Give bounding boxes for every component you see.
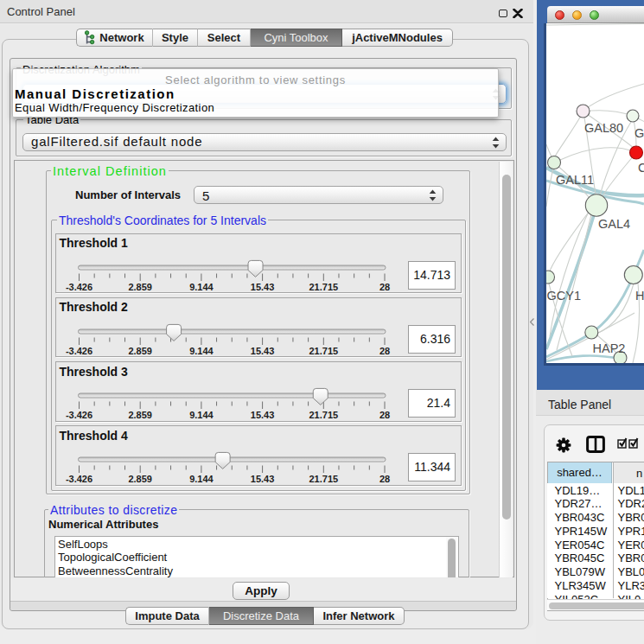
- svg-text:15.43: 15.43: [251, 282, 275, 292]
- svg-text:-3.426: -3.426: [66, 475, 92, 485]
- svg-text:GAL11: GAL11: [556, 173, 594, 187]
- svg-text:HAP2: HAP2: [593, 341, 626, 355]
- svg-text:21.715: 21.715: [309, 475, 338, 485]
- svg-text:15.43: 15.43: [251, 410, 275, 420]
- svg-text:C: C: [638, 161, 644, 175]
- svg-text:GAL80: GAL80: [584, 121, 623, 135]
- svg-text:9.144: 9.144: [189, 346, 214, 356]
- svg-text:28: 28: [379, 410, 390, 420]
- svg-text:-3.426: -3.426: [66, 282, 92, 292]
- svg-text:2.859: 2.859: [128, 282, 152, 292]
- svg-text:GA: GA: [634, 126, 644, 140]
- svg-text:2.859: 2.859: [128, 346, 152, 356]
- svg-text:9.144: 9.144: [189, 282, 214, 292]
- svg-text:9.144: 9.144: [189, 410, 214, 420]
- svg-text:15.43: 15.43: [251, 475, 275, 485]
- svg-text:HI: HI: [635, 289, 644, 303]
- svg-text:2.859: 2.859: [128, 410, 152, 420]
- svg-text:GCY1: GCY1: [547, 289, 582, 303]
- svg-text:15.43: 15.43: [251, 346, 275, 356]
- svg-text:2.859: 2.859: [128, 475, 152, 485]
- svg-text:21.715: 21.715: [309, 346, 338, 356]
- svg-text:21.715: 21.715: [309, 410, 338, 420]
- svg-text:21.715: 21.715: [309, 282, 338, 292]
- svg-text:-3.426: -3.426: [66, 346, 92, 356]
- svg-text:28: 28: [379, 282, 390, 292]
- svg-text:-3.426: -3.426: [66, 410, 92, 420]
- svg-text:28: 28: [379, 346, 390, 356]
- svg-text:9.144: 9.144: [189, 475, 214, 485]
- svg-text:GAL4: GAL4: [598, 217, 630, 231]
- svg-text:28: 28: [379, 475, 390, 485]
